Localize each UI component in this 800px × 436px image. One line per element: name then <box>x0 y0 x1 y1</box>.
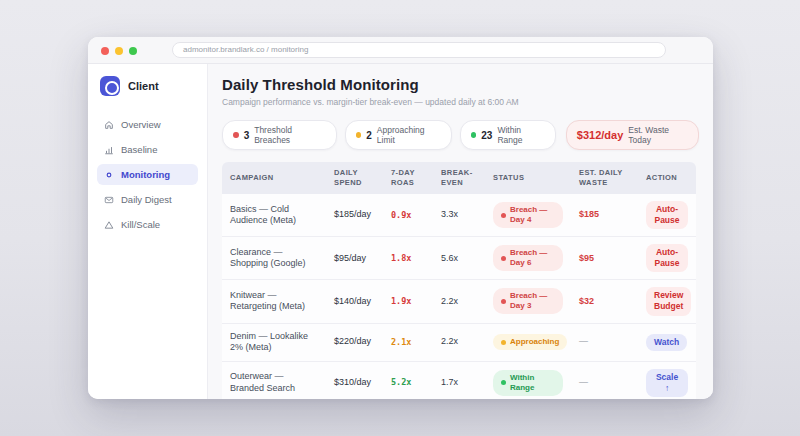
brand-name: Client <box>128 80 159 92</box>
break-even-value: 5.6x <box>433 237 485 280</box>
monitoring-table: Campaign Daily Spend 7-Day ROAS Break-Ev… <box>222 162 696 399</box>
status-dot-icon <box>501 213 506 218</box>
status-dot-icon <box>501 299 506 304</box>
home-icon <box>104 120 114 130</box>
browser-chrome: admonitor.brandlark.co / monitoring <box>88 37 713 64</box>
green-dot-icon <box>471 132 477 138</box>
table-header-row: Campaign Daily Spend 7-Day ROAS Break-Ev… <box>222 162 696 194</box>
est-waste-cell: $95 <box>571 237 638 280</box>
break-even-value: 2.2x <box>433 323 485 361</box>
col-campaign: Campaign <box>222 162 326 194</box>
breaches-label: Threshold Breaches <box>254 125 325 145</box>
est-waste-value: $312/day <box>577 129 623 141</box>
campaign-name: Basics — Cold Audience (Meta) <box>222 194 326 237</box>
col-action: Action <box>638 162 696 194</box>
page-subtitle: Campaign performance vs. margin-tier bre… <box>222 97 699 107</box>
brand-logo-icon <box>100 76 120 96</box>
table-row: Denim — Lookalike 2% (Meta) $220/day 2.1… <box>222 323 696 361</box>
sidebar-item-label: Kill/Scale <box>121 219 160 230</box>
campaign-name: Clearance — Shopping (Google) <box>222 237 326 280</box>
sidebar-item-daily-digest[interactable]: Daily Digest <box>97 189 198 210</box>
campaign-name: Denim — Lookalike 2% (Meta) <box>222 323 326 361</box>
table-row: Knitwear — Retargeting (Meta) $140/day 1… <box>222 280 696 323</box>
review-budget-button[interactable]: Review Budget <box>646 287 691 315</box>
approaching-badge: 2 Approaching Limit <box>345 120 452 150</box>
daily-spend-value: $140/day <box>326 280 383 323</box>
daily-spend-value: $310/day <box>326 361 383 399</box>
sidebar-item-label: Baseline <box>121 144 157 155</box>
table-row: Clearance — Shopping (Google) $95/day 1.… <box>222 237 696 280</box>
within-range-badge: 23 Within Range <box>460 120 556 150</box>
minimize-button[interactable] <box>115 47 123 55</box>
sidebar: Client Overview Baseline Monitoring Dail… <box>88 64 208 399</box>
status-badge: Within Range <box>493 370 563 396</box>
approaching-count: 2 <box>366 130 372 141</box>
est-waste-cell: — <box>571 323 638 361</box>
campaign-name: Outerwear — Branded Search <box>222 361 326 399</box>
breaches-count: 3 <box>244 130 250 141</box>
close-button[interactable] <box>101 47 109 55</box>
mail-icon <box>104 195 114 205</box>
amber-dot-icon <box>356 132 362 138</box>
brand: Client <box>97 74 198 98</box>
sidebar-item-overview[interactable]: Overview <box>97 114 198 135</box>
within-range-count: 23 <box>481 130 492 141</box>
daily-spend-value: $95/day <box>326 237 383 280</box>
est-waste-cell: $32 <box>571 280 638 323</box>
url-bar[interactable]: admonitor.brandlark.co / monitoring <box>172 42 666 58</box>
browser-window: admonitor.brandlark.co / monitoring Clie… <box>88 37 713 399</box>
sidebar-item-kill-scale[interactable]: Kill/Scale <box>97 214 198 235</box>
dot-icon <box>104 170 114 180</box>
summary-badges: 3 Threshold Breaches 2 Approaching Limit… <box>222 120 699 150</box>
status-dot-icon <box>501 256 506 261</box>
daily-spend-value: $220/day <box>326 323 383 361</box>
status-badge: Breach — Day 4 <box>493 202 563 228</box>
red-dot-icon <box>233 132 239 138</box>
triangle-icon <box>104 220 114 230</box>
roas-value: 2.1x <box>383 323 433 361</box>
auto-pause-button[interactable]: Auto-Pause <box>646 201 688 229</box>
scale-up-button[interactable]: Scale ↑ <box>646 369 688 397</box>
col-roas: 7-Day ROAS <box>383 162 433 194</box>
est-waste-label: Est. Waste Today <box>628 125 688 145</box>
status-dot-icon <box>501 380 506 385</box>
sidebar-item-label: Daily Digest <box>121 194 172 205</box>
roas-value: 1.9x <box>383 280 433 323</box>
col-est-waste: Est. Daily Waste <box>571 162 638 194</box>
sidebar-item-label: Monitoring <box>121 169 170 180</box>
breaches-badge: 3 Threshold Breaches <box>222 120 337 150</box>
est-waste-cell: $185 <box>571 194 638 237</box>
bar-chart-icon <box>104 145 114 155</box>
window-controls <box>101 47 137 55</box>
break-even-value: 1.7x <box>433 361 485 399</box>
roas-value: 1.8x <box>383 237 433 280</box>
est-waste-cell: — <box>571 361 638 399</box>
page-title: Daily Threshold Monitoring <box>222 76 699 93</box>
zoom-button[interactable] <box>129 47 137 55</box>
within-range-label: Within Range <box>497 125 544 145</box>
sidebar-item-label: Overview <box>121 119 161 130</box>
break-even-value: 2.2x <box>433 280 485 323</box>
campaign-name: Knitwear — Retargeting (Meta) <box>222 280 326 323</box>
roas-value: 0.9x <box>383 194 433 237</box>
status-badge: Breach — Day 6 <box>493 245 563 271</box>
daily-spend-value: $185/day <box>326 194 383 237</box>
break-even-value: 3.3x <box>433 194 485 237</box>
roas-value: 5.2x <box>383 361 433 399</box>
auto-pause-button[interactable]: Auto-Pause <box>646 244 688 272</box>
col-break-even: Break-Even <box>433 162 485 194</box>
col-status: Status <box>485 162 571 194</box>
sidebar-item-monitoring[interactable]: Monitoring <box>97 164 198 185</box>
status-badge: Breach — Day 3 <box>493 288 563 314</box>
status-badge: Approaching <box>493 334 567 350</box>
sidebar-item-baseline[interactable]: Baseline <box>97 139 198 160</box>
status-dot-icon <box>501 340 506 345</box>
col-daily-spend: Daily Spend <box>326 162 383 194</box>
table-row: Outerwear — Branded Search $310/day 5.2x… <box>222 361 696 399</box>
main-content: Daily Threshold Monitoring Campaign perf… <box>208 64 713 399</box>
est-waste-badge: $312/day Est. Waste Today <box>566 120 699 150</box>
table-row: Basics — Cold Audience (Meta) $185/day 0… <box>222 194 696 237</box>
watch-button[interactable]: Watch <box>646 334 687 351</box>
approaching-label: Approaching Limit <box>377 125 441 145</box>
